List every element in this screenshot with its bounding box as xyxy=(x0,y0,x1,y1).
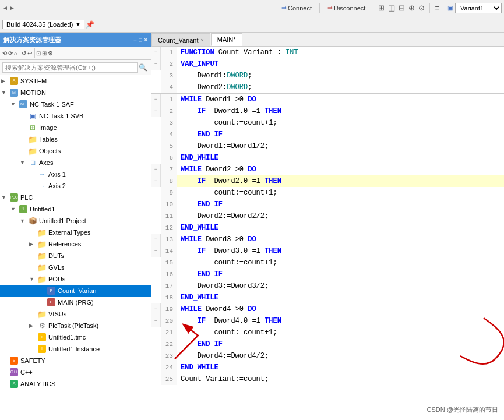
line-content-6[interactable]: END_WHILE xyxy=(177,152,222,164)
search-button[interactable]: 🔍 xyxy=(138,62,149,73)
nav-forward-icon[interactable]: ► xyxy=(9,5,15,11)
line-content-20[interactable]: IF Dword4.0 =1 THEN xyxy=(177,315,285,327)
sidebar-item-nc-task1-saf[interactable]: NCNC-Task 1 SAF xyxy=(0,98,151,110)
line-content-7[interactable]: WHILE Dword2 >0 DO xyxy=(177,164,260,175)
line-content-25[interactable]: Count_Variant:=count; xyxy=(177,373,272,385)
sidebar-close-icon[interactable]: × xyxy=(144,37,147,43)
line-content-header-2[interactable]: VAR_INPUT xyxy=(177,58,222,70)
connect-button[interactable]: ⇒ Connect xyxy=(279,2,315,13)
sidebar-pin-icon[interactable]: − xyxy=(133,37,137,43)
line-content-4[interactable]: END_IF xyxy=(177,129,226,140)
sidebar-item-plctask[interactable]: ⚙PlcTask (PlcTask) xyxy=(0,320,151,331)
sidebar-item-pous[interactable]: 📁POUs xyxy=(0,273,151,285)
tree-arrow-nc-task1-saf[interactable] xyxy=(10,101,19,107)
sidebar-toolbar-icon2[interactable]: ⟳ xyxy=(8,50,13,57)
sidebar-item-untitled1[interactable]: 1Untitled1 xyxy=(0,203,151,215)
sidebar-item-axes[interactable]: ⊞Axes xyxy=(0,157,151,168)
line-content-9[interactable]: count:=count+1; xyxy=(177,187,281,199)
sidebar-item-analytics[interactable]: AANALYTICS xyxy=(0,378,151,390)
toolbar-pin-icon[interactable]: 📌 xyxy=(86,20,94,29)
tree-arrow-motion[interactable] xyxy=(1,90,9,96)
line-content-header-4[interactable]: Dword2:DWORD; xyxy=(177,82,255,93)
toolbar-icon6[interactable]: ≡ xyxy=(435,3,439,12)
sidebar-toolbar-icon7[interactable]: ⊞ xyxy=(42,50,47,57)
sidebar-item-nc-task1-svb[interactable]: ▣NC-Task 1 SVB xyxy=(0,110,151,122)
tree-arrow-axes[interactable] xyxy=(20,160,28,165)
fold-btn-8[interactable] xyxy=(151,175,161,187)
variant-dropdown[interactable]: Variant1 xyxy=(455,3,502,13)
toolbar-icon5[interactable]: ⊙ xyxy=(418,3,425,12)
line-content-2[interactable]: IF Dword1.0 =1 THEN xyxy=(177,105,285,117)
fold-btn-header-1[interactable] xyxy=(151,47,161,58)
sidebar-item-references[interactable]: 📁References xyxy=(0,238,151,250)
sidebar-item-untitled1-instance[interactable]: IUntitled1 Instance xyxy=(0,343,151,355)
line-content-12[interactable]: END_WHILE xyxy=(177,222,222,234)
tree-arrow-pous[interactable] xyxy=(29,276,37,282)
line-content-3[interactable]: count:=count+1; xyxy=(177,117,281,129)
sidebar-item-safety[interactable]: SSAFETY xyxy=(0,355,151,366)
line-content-17[interactable]: Dword3:=Dword3/2; xyxy=(177,280,272,292)
line-content-1[interactable]: WHILE Dword1 >0 DO xyxy=(177,94,260,105)
sidebar-item-gvls[interactable]: 📁GVLs xyxy=(0,262,151,273)
search-input[interactable] xyxy=(2,62,138,73)
sidebar-float-icon[interactable]: □ xyxy=(139,37,142,43)
fold-btn-19[interactable] xyxy=(151,303,161,315)
sidebar-item-duts[interactable]: 📁DUTs xyxy=(0,250,151,262)
line-content-16[interactable]: END_IF xyxy=(177,269,226,280)
tab-count-variant-tab[interactable]: Count_Variant× xyxy=(151,33,210,46)
sidebar-item-external-types[interactable]: 📁External Types xyxy=(0,227,151,238)
fold-btn-13[interactable] xyxy=(151,234,161,245)
disconnect-button[interactable]: ⇒ Disconnect xyxy=(325,2,368,13)
line-content-23[interactable]: Dword4:=Dword4/2; xyxy=(177,350,272,362)
tab-close-count-variant-tab[interactable]: × xyxy=(201,37,204,43)
build-dropdown[interactable]: Build 4024.35 (Loaded) ▼ xyxy=(2,20,84,29)
line-content-19[interactable]: WHILE Dword4 >0 DO xyxy=(177,303,260,315)
tab-main-tab[interactable]: MAIN* xyxy=(211,33,242,46)
sidebar-item-image[interactable]: ⊞Image xyxy=(0,122,151,133)
sidebar-toolbar-icon3[interactable]: ⌂ xyxy=(14,50,17,57)
line-content-15[interactable]: count:=count+1; xyxy=(177,257,281,269)
fold-btn-1[interactable] xyxy=(151,94,161,105)
line-content-24[interactable]: END_WHILE xyxy=(177,362,222,373)
toolbar-icon2[interactable]: ◫ xyxy=(388,3,395,12)
tree-arrow-references[interactable] xyxy=(29,241,37,247)
sidebar-item-plc[interactable]: PLCPLC xyxy=(0,192,151,203)
line-content-header-3[interactable]: Dword1:DWORD; xyxy=(177,70,255,82)
line-content-8[interactable]: IF Dword2.0 =1 THEN xyxy=(177,175,285,187)
sidebar-item-tables[interactable]: 📁Tables xyxy=(0,133,151,145)
toolbar-icon1[interactable]: ⊞ xyxy=(378,3,385,12)
sidebar-item-axis2[interactable]: →Axis 2 xyxy=(0,180,151,192)
code-editor[interactable]: 1FUNCTION Count_Variant : INT2VAR_INPUT3… xyxy=(151,47,504,420)
fold-btn-2[interactable] xyxy=(151,105,161,117)
fold-btn-7[interactable] xyxy=(151,164,161,175)
sidebar-item-system[interactable]: SSYSTEM xyxy=(0,75,151,87)
line-content-13[interactable]: WHILE Dword3 >0 DO xyxy=(177,234,260,245)
sidebar-item-untitled1-project[interactable]: 📦Untitled1 Project xyxy=(0,215,151,227)
sidebar-item-axis1[interactable]: →Axis 1 xyxy=(0,168,151,180)
toolbar-icon4[interactable]: ⊕ xyxy=(408,3,415,12)
line-content-5[interactable]: Dword1:=Dword1/2; xyxy=(177,140,272,152)
line-content-header-1[interactable]: FUNCTION Count_Variant : INT xyxy=(177,47,302,58)
tree-arrow-plctask[interactable] xyxy=(29,323,37,329)
tree-arrow-system[interactable] xyxy=(1,78,9,84)
sidebar-toolbar-icon4[interactable]: ↺ xyxy=(22,50,26,57)
nav-back-icon[interactable]: ◄ xyxy=(2,5,8,11)
sidebar-toolbar-icon1[interactable]: ⟲ xyxy=(2,50,7,57)
sidebar-toolbar-icon8[interactable]: ⚙ xyxy=(48,50,53,57)
fold-btn-14[interactable] xyxy=(151,245,161,257)
tree-arrow-untitled1[interactable] xyxy=(10,206,19,212)
sidebar-item-count-variant[interactable]: FCount_Varian xyxy=(0,285,151,297)
sidebar-toolbar-icon6[interactable]: ⊡ xyxy=(36,50,41,57)
toolbar-icon3[interactable]: ⊟ xyxy=(399,3,405,12)
tree-arrow-untitled1-project[interactable] xyxy=(20,218,28,224)
sidebar-item-motion[interactable]: MMOTION xyxy=(0,87,151,98)
line-content-18[interactable]: END_WHILE xyxy=(177,292,222,303)
line-content-14[interactable]: IF Dword3.0 =1 THEN xyxy=(177,245,285,257)
sidebar-item-main-prg[interactable]: PMAIN (PRG) xyxy=(0,297,151,308)
line-content-22[interactable]: END_IF xyxy=(177,338,226,350)
line-content-10[interactable]: END_IF xyxy=(177,199,226,210)
line-content-11[interactable]: Dword2:=Dword2/2; xyxy=(177,210,272,222)
sidebar-item-objects[interactable]: 📁Objects xyxy=(0,145,151,157)
line-content-21[interactable]: count:=count+1; xyxy=(177,327,281,338)
sidebar-item-visus[interactable]: 📁VISUs xyxy=(0,308,151,320)
